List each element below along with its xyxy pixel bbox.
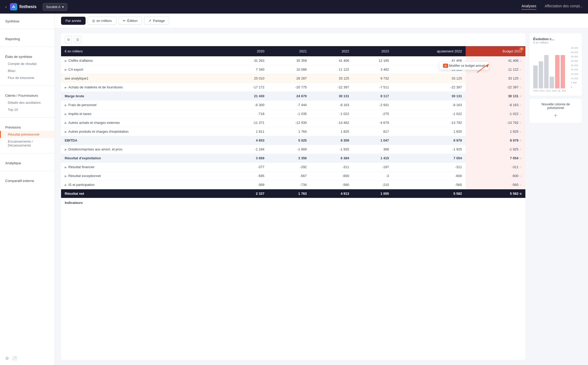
y-label-20000: 20 000 <box>571 68 578 71</box>
sidebar-item-encaissements[interactable]: Encaissements /Décaissements <box>0 138 55 149</box>
sidebar-item-auxiliaires[interactable]: Détails des auxiliaires <box>0 99 55 106</box>
gear-icon-14[interactable]: ⚙ <box>519 184 522 186</box>
gear-icon-7[interactable]: ⚙ <box>519 121 522 124</box>
gear-icon-10[interactable]: ⚙ <box>519 148 522 151</box>
sidebar: Synthèse Reporting États de synthèse Com… <box>0 14 55 365</box>
evolution-subtitle: € en milliers <box>533 41 578 44</box>
circle-icon: ◎ <box>92 19 95 23</box>
sidebar-item-comparatif[interactable]: Comparatif externe <box>0 177 55 184</box>
back-button[interactable]: ‹ <box>5 4 7 10</box>
sidebar-item-compte-resultat[interactable]: Compte de résultat <box>0 60 55 67</box>
row-15-col-5: 5 582 ⚙ <box>466 189 525 198</box>
toolbar-btn-partage[interactable]: ↗ Partage <box>144 17 169 25</box>
gear-icon-5[interactable]: ⚙ <box>519 104 522 107</box>
sidebar-item-flux[interactable]: Flux de trésorerie <box>0 74 55 81</box>
row-12-col-0: -377 <box>226 163 268 172</box>
y-label-5000: 5 000 <box>571 81 578 84</box>
row-12-col-2: -311 <box>310 163 353 172</box>
row-4-col-5: 30 131 ⚙ <box>466 92 525 101</box>
sidebar-bottom: ⚙ 📄 <box>0 352 55 365</box>
row-12-col-3: -197 <box>353 163 393 172</box>
toolbar-btn-milliers[interactable]: ◎ en milliers <box>88 17 116 25</box>
bar-2021 <box>539 61 543 88</box>
row-9-col-5: 8 979 ⚙ <box>466 136 525 145</box>
toolbar-btn-par-annee[interactable]: Par année <box>61 17 86 25</box>
row-7-col-4: -13 792 <box>393 118 466 127</box>
share-icon: ↗ <box>148 19 151 23</box>
gear-icon-12[interactable]: ⚙ <box>519 166 522 169</box>
row-3-col-1: -20 775 <box>268 83 310 92</box>
sidebar-section-etats[interactable]: États de synthèse <box>0 53 55 60</box>
row-10-col-5: -1 925 ⚙ <box>466 145 525 154</box>
row-11-col-5: 7 054 ⚙ <box>466 154 525 163</box>
gear-icon-9[interactable]: ⚙ <box>519 139 522 142</box>
sidebar-item-top10[interactable]: Top 10 <box>0 106 55 113</box>
content-area: Par année ◎ en milliers ✏ Édition ↗ Part… <box>55 14 588 365</box>
gear-icon-0[interactable]: ⚙ <box>519 59 522 62</box>
gear-icon-6[interactable]: ⚙ <box>519 113 522 115</box>
row-3-col-2: -22 397 <box>310 83 353 92</box>
row-10-col-1: -1 669 <box>268 145 310 154</box>
gear-icon-1[interactable]: ⚙ <box>519 68 522 71</box>
settings-icon[interactable]: ⚙ <box>5 356 9 361</box>
sidebar-item-synthese[interactable]: Synthèse <box>0 18 55 25</box>
row-4-col-2: 30 131 <box>310 92 353 101</box>
bar-2022 <box>544 55 549 88</box>
row-4-col-0: 21 430 <box>226 92 268 101</box>
nav-links: Analyses Affectation des compt... <box>521 4 583 10</box>
row-2-col-4: 33 125 <box>393 74 466 83</box>
y-label-45000: 45 000 <box>571 47 578 49</box>
y-label-15000: 15 000 <box>571 73 578 75</box>
row-8-col-1: 1 764 <box>268 127 310 136</box>
document-icon[interactable]: 📄 <box>12 356 17 361</box>
gear-icon-11[interactable]: ⚙ <box>519 157 522 160</box>
row-3-col-5: -22 397 ⚙ <box>466 83 525 92</box>
row-8-col-0: 1 811 <box>226 127 268 136</box>
nav-link-affectation[interactable]: Affectation des compt... <box>545 4 583 10</box>
dropdown-icon: ▾ <box>62 5 64 9</box>
table-wrapper: ⧉ ☰ ⚙ Modifier ce budget annuel <box>61 33 525 360</box>
gear-icon-13[interactable]: ⚙ <box>519 175 522 178</box>
row-label-0: ▶Chiffre d'affaires <box>61 56 226 65</box>
row-10-col-4: -1 925 <box>393 145 466 154</box>
gear-icon-8[interactable]: ⚙ <box>519 130 522 133</box>
table-toolbar: ⧉ ☰ <box>61 33 525 46</box>
toolbar-btn-edition[interactable]: ✏ Édition <box>118 17 142 25</box>
sidebar-item-analytique[interactable]: Analytique <box>0 160 55 167</box>
row-7-col-3: -4 679 <box>353 118 393 127</box>
copy-icon[interactable]: ⧉ <box>65 36 72 43</box>
bar-budget <box>561 55 565 88</box>
row-3-col-0: -17 172 <box>226 83 268 92</box>
gear-icon-3[interactable]: ⚙ <box>519 86 522 89</box>
evolution-card: Évolution c... € en milliers 45 000 <box>530 33 582 96</box>
row-13-col-3: -3 <box>353 172 393 180</box>
row-5-col-4: -8 163 <box>393 101 466 110</box>
edit-icon: ✏ <box>123 19 126 23</box>
sidebar-item-resultat-previsionnel[interactable]: Résultat prévisionnel <box>0 131 55 138</box>
new-column-plus-button[interactable]: + <box>533 112 578 119</box>
row-14-col-3: -210 <box>353 180 393 189</box>
nav-link-analyses[interactable]: Analyses <box>521 4 536 10</box>
indicateurs-footer: Indicateurs <box>61 198 525 208</box>
row-13-col-1: -567 <box>268 172 310 180</box>
row-7-col-0: -11 371 <box>226 118 268 127</box>
gear-icon-2[interactable]: ⚙ <box>519 77 522 80</box>
row-label-5: ▶Frais de personnel <box>61 101 226 110</box>
gear-icon-4[interactable]: ⚙ <box>519 95 522 98</box>
y-label-25000: 25 000 <box>571 64 578 67</box>
gear-icon-15[interactable]: ⚙ <box>519 192 522 195</box>
sidebar-item-bilan[interactable]: Bilan <box>0 67 55 74</box>
sidebar-item-reporting[interactable]: Reporting <box>0 35 55 42</box>
row-0-col-1: 35 359 <box>268 56 310 65</box>
new-column-label: Nouvelle colonne de prévisionnel <box>533 102 578 110</box>
row-12-col-1: -292 <box>268 163 310 172</box>
row-label-15: Résultat net <box>61 189 226 198</box>
company-selector[interactable]: Société A ▾ <box>43 3 67 11</box>
budget-gear-icon[interactable]: ⚙ <box>519 47 524 51</box>
sidebar-section-clients[interactable]: Clients / Fournisseurs <box>0 92 55 99</box>
row-3-col-4: -22 397 <box>393 83 466 92</box>
sidebar-section-previsions[interactable]: Prévisions <box>0 124 55 131</box>
row-label-11: Résultat d'exploitation <box>61 154 226 163</box>
filter-icon[interactable]: ☰ <box>74 36 81 43</box>
y-label-40000: 40 000 <box>571 51 578 54</box>
